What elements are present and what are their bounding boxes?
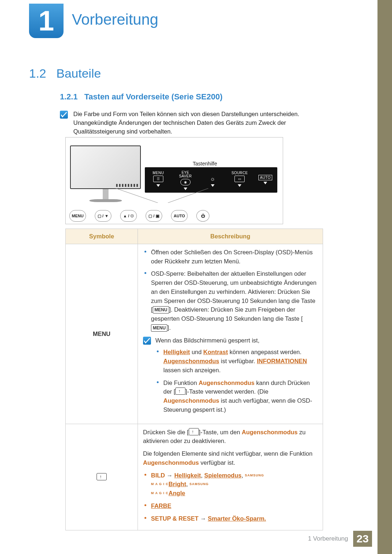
list-item: FARBE [151, 501, 318, 510]
circ-power: ⏻ [196, 210, 209, 222]
circ-menu: MENU [69, 210, 86, 222]
button-help-panel: MENU ☰ EYESAVER ◉ ☼ SOURCE ▭ AUTO [145, 167, 277, 193]
text: ]. [167, 324, 171, 331]
diagram: Tastenhilfe MENU ☰ EYESAVER ◉ ☼ SOURCE ▭… [65, 137, 283, 224]
text: Wenn das Bildschirmmenü gesperrt ist, [155, 336, 318, 345]
panel-menu-label: MENU [149, 171, 167, 175]
text: , [241, 472, 245, 479]
sym-menu: MENU [66, 244, 138, 424]
text: Augenschonmodus [242, 429, 298, 435]
text: ]-Taste verwendet werden. (Die [185, 388, 268, 395]
text: BILD [151, 472, 165, 479]
chapter-number-badge: 1 [29, 4, 64, 38]
arrow-icon: → [199, 515, 208, 522]
text: , [201, 472, 204, 479]
footer-chapter: 1 Vorbereitung [308, 535, 348, 542]
text: Die Funktion [163, 379, 199, 386]
text: ]-Taste, um den [199, 429, 242, 435]
th-symbols: Symbole [66, 229, 138, 244]
text: ist verfügbar. [219, 358, 257, 364]
right-sidebar [377, 0, 392, 554]
panel-auto-label: AUTO [258, 175, 272, 180]
text: SETUP & RESET [151, 515, 199, 522]
panel-source-label: SOURCE [230, 171, 249, 175]
page-number: 23 [353, 531, 372, 547]
note-icon [143, 337, 151, 345]
panel-menu: MENU ☰ [149, 171, 167, 187]
text: können angepasst werden. [228, 349, 302, 355]
list-item: OSD-Sperre: Beibehalten der aktuellen Ei… [151, 269, 318, 332]
panel-eye-saver: EYESAVER ◉ [176, 171, 195, 190]
subsection-number: 1.2.1 [60, 92, 78, 101]
menu-chip: MENU [151, 324, 167, 332]
link-helligkeit[interactable]: Helligkeit [163, 349, 190, 355]
list-item: Öffnen oder Schließen des On Screen-Disp… [151, 248, 318, 266]
arrow-icon: → [165, 472, 175, 479]
link-angle[interactable]: Angle [168, 490, 185, 496]
list-item: Helligkeit und Kontrast können angepasst… [163, 348, 318, 374]
text: ]. Deaktivieren: Drücken Sie zum Freigeb… [151, 306, 303, 322]
text: Augenschonmodus [143, 459, 199, 466]
sym-eye [66, 424, 138, 530]
list-item: SETUP & RESET → Smarter Öko-Sparm. [151, 514, 318, 523]
subsection-heading: 1.2.1 Tasten auf Vorderseite (Serie SE20… [60, 92, 222, 102]
symbol-description-table: Symbole Beschreibung MENU Öffnen oder Sc… [65, 229, 323, 530]
chapter-title: Vorbereitung [72, 11, 158, 28]
menu-chip: MENU [153, 306, 169, 313]
text: lassen sich anzeigen. [163, 367, 221, 373]
eye-icon [175, 387, 185, 395]
link-bright[interactable]: Bright [168, 481, 186, 487]
note-text: Die Farbe und Form von Teilen können sic… [73, 110, 325, 136]
eye-icon [97, 473, 107, 480]
text: verfügbar ist. [199, 459, 235, 466]
desc-menu: Öffnen oder Schließen des On Screen-Disp… [138, 244, 323, 424]
link-informationen[interactable]: INFORMATIONEN [257, 358, 307, 364]
note-block: Die Farbe und Form von Teilen können sic… [60, 110, 325, 136]
text: Augenschonmodus [163, 397, 219, 404]
table-row: MENU Öffnen oder Schließen des On Screen… [66, 244, 323, 424]
panel-eye-label: EYESAVER [176, 171, 195, 178]
link-smarter-oeko[interactable]: Smarter Öko-Sparm. [208, 515, 266, 522]
text: Die folgenden Elemente sind nicht verfüg… [143, 450, 313, 457]
inline-note: Wenn das Bildschirmmenü gesperrt ist, He… [143, 336, 318, 418]
table-row: Drücken Sie die []-Taste, um den Augensc… [66, 424, 323, 530]
note-icon [60, 111, 68, 119]
link-spielemodus[interactable]: Spielemodus [204, 472, 242, 479]
circ-up: ▲ / ☉ [120, 210, 137, 222]
text: Drücken Sie die [ [143, 429, 189, 435]
panel-auto: AUTO [258, 171, 273, 184]
th-description: Beschreibung [138, 229, 323, 244]
list-item: Die Funktion Augenschonmodus kann durch … [163, 378, 318, 414]
panel-brightness: ☼ [204, 171, 222, 187]
eye-icon [189, 428, 199, 435]
list-item: BILD → Helligkeit, Spielemodus, SAMSUNGM… [151, 471, 318, 498]
subsection-title: Tasten auf Vorderseite (Serie SE200) [84, 92, 222, 101]
link-helligkeit[interactable]: Helligkeit [174, 472, 201, 479]
panel-label: Tastenhilfe [193, 161, 217, 167]
button-circles: MENU ▢ / ▼ ▲ / ☉ ▢ / ▣ AUTO ⏻ [69, 210, 209, 222]
section-number: 1.2 [29, 66, 46, 81]
monitor-illustration [70, 145, 141, 202]
link-farbe[interactable]: FARBE [151, 502, 171, 509]
text: und [190, 349, 203, 355]
circ-auto: AUTO [171, 210, 188, 222]
panel-source: SOURCE ▭ [230, 171, 249, 187]
text: Augenschonmodus [199, 379, 254, 386]
link-kontrast[interactable]: Kontrast [203, 349, 228, 355]
circ-eye: ▢ / ▼ [95, 210, 111, 222]
link-augenschonmodus[interactable]: Augenschonmodus [163, 358, 219, 364]
section-title: Bauteile [56, 66, 101, 81]
circ-source: ▢ / ▣ [146, 210, 162, 222]
desc-eye: Drücken Sie die []-Taste, um den Augensc… [138, 424, 323, 530]
footer: 1 Vorbereitung 23 [308, 531, 372, 547]
text: , [186, 481, 189, 487]
